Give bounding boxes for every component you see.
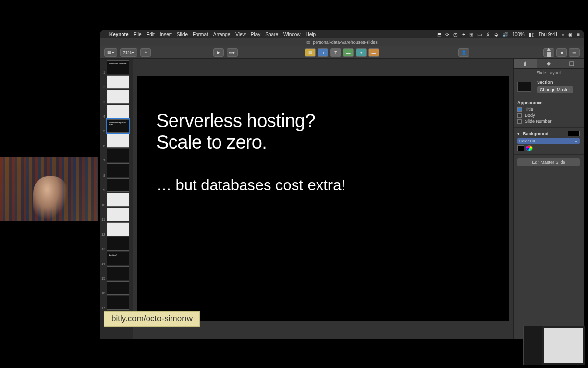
body-checkbox-row[interactable]: Body — [517, 112, 580, 118]
document-name: personal-data-warehouses-slides — [313, 40, 378, 45]
menu-share[interactable]: Share — [265, 32, 278, 37]
window-titlebar: ▤ personal-data-warehouses-slides — [100, 38, 584, 46]
document-tab[interactable] — [560, 59, 584, 68]
animate-tab[interactable] — [537, 59, 561, 68]
picture-in-picture[interactable] — [523, 326, 585, 365]
wifi-icon[interactable]: ⬙ — [494, 32, 498, 37]
slide-thumbnail[interactable]: 11 — [100, 207, 133, 222]
spotlight-icon[interactable]: ⌕ — [562, 32, 564, 37]
slide-canvas[interactable]: Serverless hosting? Scale to zero. … but… — [133, 59, 513, 339]
slide-thumbnail[interactable]: 1Personal Data Warehouses — [100, 60, 133, 75]
slide-navigator[interactable]: 1Personal Data Warehouses2345Serverless … — [100, 59, 133, 339]
section-label: Section — [537, 80, 580, 85]
shape-button[interactable]: ▬ — [343, 48, 354, 57]
slide-title[interactable]: Serverless hosting? Scale to zero. — [156, 110, 490, 153]
slide-thumbnail[interactable]: 17 — [100, 295, 133, 310]
collaborate-button[interactable]: 👤 — [458, 48, 469, 57]
dropbox-icon[interactable]: ⬒ — [437, 32, 441, 37]
slide-thumbnail[interactable]: 9 — [100, 178, 133, 192]
slide-thumbnail[interactable]: 14Nice things! — [100, 251, 133, 266]
slide-thumbnail[interactable]: 12 — [100, 222, 133, 237]
slide-thumbnail[interactable]: 4 — [100, 104, 133, 119]
view-mode-button[interactable]: ▦ ▾ — [104, 48, 117, 57]
menu-edit[interactable]: Edit — [147, 32, 155, 37]
translate-icon[interactable]: 文 — [486, 31, 490, 38]
black-swatch[interactable] — [517, 145, 524, 151]
menu-arrange[interactable]: Arrange — [213, 32, 231, 37]
bg-fill-select[interactable]: Color Fill⌄ — [517, 138, 580, 144]
bear-icon[interactable]: ✦ — [462, 32, 466, 37]
slide-thumbnail[interactable]: 3 — [100, 89, 133, 104]
slide-thumbnail[interactable]: 6 — [100, 133, 133, 148]
sync-icon[interactable]: ⟳ — [445, 32, 449, 37]
format-inspector-button[interactable] — [543, 48, 554, 57]
battery-icon: ▮▯ — [529, 32, 535, 37]
inspector-heading: Slide Layout — [514, 69, 584, 77]
notifications-icon[interactable]: ≡ — [577, 32, 580, 37]
lower-third-url: bitly.com/octo-simonw — [104, 311, 200, 327]
clock-icon[interactable]: ◷ — [453, 32, 458, 37]
slide-thumbnail[interactable]: 10 — [100, 192, 133, 207]
menu-file[interactable]: File — [133, 32, 141, 37]
inspector-panel: Slide Layout Section Change Master Appea… — [513, 59, 584, 339]
master-preview — [517, 82, 531, 92]
slide-thumbnail[interactable]: 5Serverless hosting? Scale to zero. — [100, 119, 133, 133]
title-checkbox-row[interactable]: Title — [517, 106, 580, 112]
battery-pct: 100% — [512, 32, 525, 37]
change-master-button[interactable]: Change Master — [537, 86, 573, 93]
appearance-heading: Appearance — [517, 100, 580, 105]
table-button[interactable]: ▦ — [305, 48, 316, 57]
webcam-overlay — [0, 157, 98, 221]
edit-master-button[interactable]: Edit Master Slide — [517, 158, 580, 166]
slide-thumbnail[interactable]: 13 — [100, 237, 133, 251]
menu-window[interactable]: Window — [283, 32, 301, 37]
menubar-clock: Thu 9:41 — [539, 32, 558, 37]
keynote-live-button[interactable]: ▭▸ — [227, 48, 238, 57]
text-button[interactable]: T — [330, 48, 341, 57]
play-button[interactable]: ▶ — [213, 48, 224, 57]
screen-icon[interactable]: ▭ — [477, 32, 482, 37]
comment-button[interactable]: ▬ — [368, 48, 379, 57]
menu-view[interactable]: View — [235, 32, 246, 37]
doc-icon: ▤ — [306, 40, 311, 45]
siri-icon[interactable]: ◉ — [568, 32, 573, 37]
document-inspector-button[interactable]: ▭ — [569, 48, 580, 57]
divider — [98, 20, 98, 343]
menu-help[interactable]: Help — [306, 32, 316, 37]
svg-rect-0 — [570, 62, 574, 66]
menu-insert[interactable]: Insert — [160, 32, 172, 37]
checkbox-icon — [517, 119, 522, 124]
active-app[interactable]: Keynote — [109, 32, 128, 37]
checkbox-icon — [517, 113, 522, 118]
macos-menubar: Keynote File Edit Insert Slide Format Ar… — [100, 30, 584, 38]
format-tab[interactable] — [514, 59, 537, 68]
menu-play[interactable]: Play — [251, 32, 260, 37]
slidenum-checkbox-row[interactable]: Slide Number — [517, 118, 580, 124]
slide-thumbnail[interactable]: 8 — [100, 163, 133, 178]
slide-thumbnail[interactable]: 16 — [100, 281, 133, 295]
current-slide[interactable]: Serverless hosting? Scale to zero. … but… — [137, 76, 509, 321]
menu-format[interactable]: Format — [193, 32, 208, 37]
color-picker-icon[interactable] — [526, 145, 533, 151]
slide-thumbnail[interactable]: 7 — [100, 148, 133, 163]
bg-color-swatch — [568, 131, 580, 136]
chart-button[interactable]: ⫞ — [318, 48, 328, 57]
grid-icon[interactable]: ⊞ — [469, 32, 473, 37]
slide-thumbnail[interactable]: 15 — [100, 266, 133, 281]
keynote-window: Keynote File Edit Insert Slide Format Ar… — [100, 30, 584, 339]
zoom-level[interactable]: 73% ▾ — [120, 48, 137, 57]
animate-inspector-button[interactable]: ◆ — [556, 48, 567, 57]
checkbox-icon — [517, 107, 522, 112]
slide-thumbnail[interactable]: 2 — [100, 75, 133, 89]
media-button[interactable]: ▾ — [356, 48, 367, 57]
menu-slide[interactable]: Slide — [177, 32, 188, 37]
toolbar: ▦ ▾ 73% ▾ + ▶ ▭▸ ▦ ⫞ T ▬ ▾ ▬ 👤 ◆ ▭ — [100, 46, 584, 59]
volume-icon[interactable]: 🔊 — [502, 32, 508, 37]
background-heading[interactable]: Background — [523, 131, 549, 136]
slide-body[interactable]: … but databases cost extra! — [156, 177, 490, 194]
add-slide-button[interactable]: + — [140, 48, 151, 57]
